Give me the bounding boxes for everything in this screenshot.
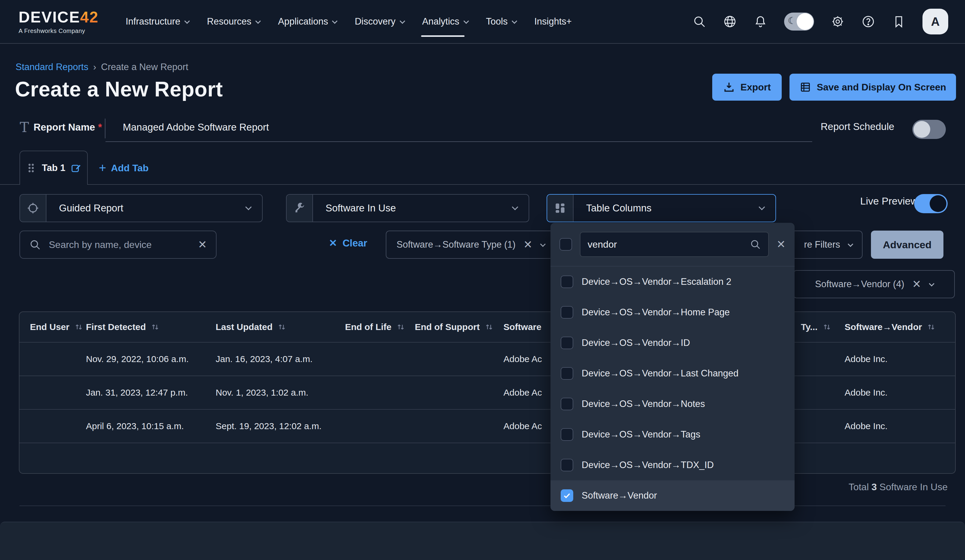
filter-chip-software-vendor[interactable]: Software→Vendor (4) ✕ [793, 270, 955, 298]
col-type[interactable]: Ty... [801, 312, 831, 342]
x-icon: ✕ [329, 237, 337, 249]
column-option[interactable]: Device→OS→Vendor→Tags [551, 419, 795, 450]
chevron-down-icon [245, 206, 250, 211]
table-row[interactable]: April 6, 2023, 10:15 a.m. Sept. 19, 2023… [20, 409, 955, 442]
logo-wordmark: DEVICE42 [18, 9, 98, 25]
sort-icon[interactable] [396, 323, 405, 331]
report-schedule-label: Report Schedule [821, 121, 894, 132]
remove-chip-icon[interactable]: ✕ [912, 278, 921, 291]
checkbox-unchecked[interactable] [561, 459, 573, 471]
menu-insights-plus[interactable]: Insights+ [534, 0, 572, 43]
col-software-vendor[interactable]: Software→Vendor [845, 312, 936, 342]
tab-1[interactable]: Tab 1 [20, 151, 88, 185]
remove-chip-icon[interactable]: ✕ [523, 238, 532, 251]
chevron-down-icon [185, 18, 190, 24]
settings-gear-icon[interactable] [831, 15, 845, 28]
cell-vendor: Adobe Inc. [845, 421, 887, 431]
dropdown-search-row: ✕ [551, 223, 795, 266]
report-name-input[interactable]: Managed Adobe Software Report [123, 122, 269, 133]
menu-tools[interactable]: Tools [486, 0, 516, 43]
device42-app-window: DEVICE42 A Freshworks Company Infrastruc… [0, 0, 965, 560]
device42-logo[interactable]: DEVICE42 A Freshworks Company [18, 9, 98, 34]
col-software[interactable]: Software [504, 312, 541, 342]
cell-software: Adobe Ac [504, 421, 542, 431]
table-row-empty [20, 442, 955, 476]
toggle-knob [930, 195, 947, 212]
checkbox-unchecked[interactable] [561, 276, 573, 288]
save-and-display-button[interactable]: Save and Display On Screen [790, 73, 956, 101]
table-columns-dropdown-panel: ✕ Device→OS→Vendor→Escalation 2 Device→O… [551, 223, 795, 511]
column-option[interactable]: Device→OS→Vendor→TDX_ID [551, 450, 795, 480]
menu-discovery[interactable]: Discovery [355, 0, 404, 43]
sort-icon[interactable] [74, 323, 83, 331]
columns-blocks-icon [547, 195, 574, 222]
clear-search-icon[interactable]: ✕ [198, 238, 207, 251]
live-preview-toggle[interactable] [914, 194, 948, 213]
drag-handle-icon[interactable] [26, 163, 36, 173]
globe-icon[interactable] [723, 15, 737, 28]
checkbox-unchecked[interactable] [561, 398, 573, 410]
chevron-down-icon [759, 206, 764, 211]
checkbox-unchecked[interactable] [561, 336, 573, 349]
column-option[interactable]: Device→OS→Vendor→Notes [551, 389, 795, 419]
column-option[interactable]: Device→OS→Vendor→ID [551, 328, 795, 358]
add-tab-button[interactable]: + Add Tab [99, 162, 149, 174]
data-source-select[interactable]: Software In Use [286, 194, 529, 222]
export-button[interactable]: Export [712, 73, 782, 101]
col-last-updated[interactable]: Last Updated [216, 312, 286, 342]
cell-software: Adobe Ac [504, 387, 542, 398]
filter-chip-software-type[interactable]: Software→Software Type (1) ✕ [386, 230, 571, 259]
wrench-icon [286, 195, 313, 222]
report-type-select[interactable]: Guided Report [20, 194, 263, 222]
column-option[interactable]: Device→OS→Vendor→Escalation 2 [551, 266, 795, 297]
report-name-label: Report Name* [34, 122, 102, 133]
nav-utilities: ☾ A [692, 9, 948, 34]
cell-first-detected: Nov. 29, 2022, 10:06 a.m. [86, 354, 189, 364]
checkbox-checked[interactable] [561, 489, 573, 502]
column-option[interactable]: Device→OS→Vendor→Home Page [551, 297, 795, 328]
total-count: Total 3 Software In Use [849, 482, 948, 493]
sort-icon[interactable] [823, 323, 831, 331]
col-first-detected[interactable]: First Detected [86, 312, 160, 342]
menu-resources[interactable]: Resources [207, 0, 259, 43]
search-input[interactable] [49, 239, 190, 250]
table-columns-value: Table Columns [586, 202, 651, 214]
clear-filters-button[interactable]: ✕ Clear [329, 237, 367, 249]
breadcrumb-standard-reports[interactable]: Standard Reports [16, 62, 88, 72]
sort-icon[interactable] [277, 323, 286, 331]
user-avatar[interactable]: A [922, 9, 948, 34]
table-row[interactable]: Nov. 29, 2022, 10:06 a.m. Jan. 16, 2023,… [20, 342, 955, 376]
theme-toggle[interactable]: ☾ [784, 13, 814, 31]
checkbox-unchecked[interactable] [561, 367, 573, 380]
col-end-of-support[interactable]: End of Support [415, 312, 494, 342]
table-row[interactable]: Jan. 31, 2023, 12:47 p.m. Nov. 1, 2023, … [20, 376, 955, 409]
advanced-button[interactable]: Advanced [871, 230, 944, 259]
column-option-selected[interactable]: Software→Vendor [551, 480, 795, 511]
menu-infrastructure[interactable]: Infrastructure [126, 0, 188, 43]
search-icon[interactable] [692, 15, 706, 28]
col-end-of-life[interactable]: End of Life [345, 312, 405, 342]
help-icon[interactable] [861, 15, 875, 28]
select-all-checkbox[interactable] [559, 238, 572, 251]
chevron-down-icon [512, 18, 517, 24]
table-search: ✕ [20, 230, 216, 259]
checkbox-unchecked[interactable] [561, 306, 573, 318]
report-schedule-toggle[interactable] [912, 120, 946, 139]
clear-column-search-icon[interactable]: ✕ [777, 238, 786, 251]
sort-icon[interactable] [927, 323, 936, 331]
bookmark-icon[interactable] [892, 15, 906, 28]
checkbox-unchecked[interactable] [561, 428, 573, 441]
menu-analytics[interactable]: Analytics [422, 0, 468, 43]
plus-icon: + [99, 162, 106, 174]
edit-tab-icon[interactable] [71, 163, 82, 173]
chevron-down-icon [512, 206, 517, 211]
menu-applications[interactable]: Applications [278, 0, 336, 43]
column-option[interactable]: Device→OS→Vendor→Last Changed [551, 358, 795, 389]
tabs-baseline [0, 184, 965, 185]
column-search-input[interactable] [588, 239, 745, 250]
notifications-bell-icon[interactable] [754, 15, 767, 28]
table-columns-select[interactable]: Table Columns [546, 194, 776, 222]
sort-icon[interactable] [484, 323, 494, 331]
sort-icon[interactable] [150, 323, 160, 331]
col-end-user[interactable]: End User [30, 312, 83, 342]
